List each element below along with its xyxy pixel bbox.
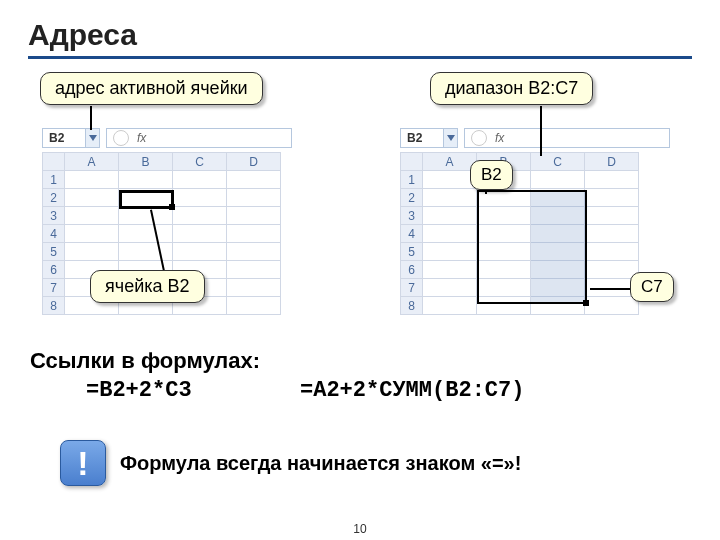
col-header[interactable]: D [227, 153, 281, 171]
callout-cell-b2: ячейка B2 [90, 270, 205, 303]
row-header[interactable]: 6 [43, 261, 65, 279]
pointer-line [90, 106, 92, 130]
pointer-line [540, 106, 542, 156]
refs-heading: Ссылки в формулах: [30, 348, 260, 374]
row-header[interactable]: 8 [401, 297, 423, 315]
fill-handle[interactable] [583, 300, 589, 306]
row-header[interactable]: 6 [401, 261, 423, 279]
formula-bar[interactable]: fx [106, 128, 292, 148]
formula-example-1: =B2+2*C3 [86, 378, 192, 403]
col-header[interactable]: C [531, 153, 585, 171]
fx-label: fx [495, 131, 504, 145]
name-box[interactable]: B2 [400, 128, 458, 148]
note-text: Формула всегда начинается знаком «=»! [120, 452, 521, 475]
formula-bar[interactable]: fx [464, 128, 670, 148]
name-box-value: B2 [407, 131, 422, 145]
row-header[interactable]: 1 [43, 171, 65, 189]
formula-example-2: =A2+2*СУММ(B2:C7) [300, 378, 524, 403]
active-cell-b2[interactable] [119, 190, 174, 209]
label-c7: C7 [630, 272, 674, 302]
col-header[interactable]: C [173, 153, 227, 171]
range-shade [531, 192, 585, 302]
name-box-dropdown[interactable] [85, 129, 99, 147]
row-header[interactable]: 7 [43, 279, 65, 297]
name-box-dropdown[interactable] [443, 129, 457, 147]
svg-marker-1 [447, 135, 455, 141]
row-header[interactable]: 7 [401, 279, 423, 297]
note-row: ! Формула всегда начинается знаком «=»! [60, 440, 680, 486]
row-header[interactable]: 5 [43, 243, 65, 261]
row-header[interactable]: 3 [43, 207, 65, 225]
name-box[interactable]: B2 [42, 128, 100, 148]
col-header[interactable]: B [119, 153, 173, 171]
selected-range-b2c7[interactable] [477, 190, 587, 304]
exclamation-icon: ! [60, 440, 106, 486]
col-header[interactable]: A [65, 153, 119, 171]
row-header[interactable]: 2 [43, 189, 65, 207]
select-all-corner[interactable] [401, 153, 423, 171]
row-header[interactable]: 3 [401, 207, 423, 225]
label-b2: B2 [470, 160, 513, 190]
fx-label: fx [137, 131, 146, 145]
row-header[interactable]: 1 [401, 171, 423, 189]
select-all-corner[interactable] [43, 153, 65, 171]
page-title: Адреса [28, 18, 692, 59]
row-header[interactable]: 4 [43, 225, 65, 243]
row-header[interactable]: 8 [43, 297, 65, 315]
row-header[interactable]: 4 [401, 225, 423, 243]
svg-marker-0 [89, 135, 97, 141]
page-number: 10 [0, 522, 720, 536]
col-header[interactable]: D [585, 153, 639, 171]
pointer-line [590, 288, 630, 290]
row-header[interactable]: 5 [401, 243, 423, 261]
name-box-value: B2 [49, 131, 64, 145]
callout-active-cell: адрес активной ячейки [40, 72, 263, 105]
fill-handle[interactable] [169, 204, 175, 210]
callout-range: диапазон B2:C7 [430, 72, 593, 105]
row-header[interactable]: 2 [401, 189, 423, 207]
col-header[interactable]: A [423, 153, 477, 171]
